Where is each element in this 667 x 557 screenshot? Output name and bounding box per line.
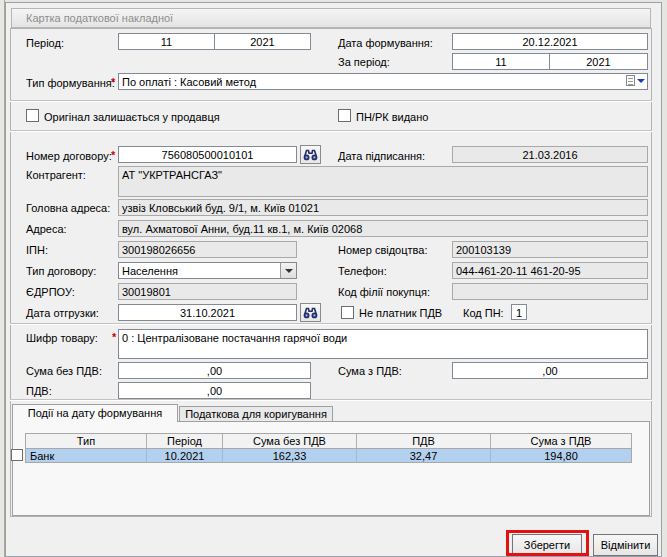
sum-with-vat-input[interactable]: ,00 xyxy=(452,362,648,379)
formation-type-required-marker: * xyxy=(111,76,115,89)
pn-code-input[interactable]: 1 xyxy=(511,304,527,320)
za-period-label: За період: xyxy=(338,56,390,69)
section-divider xyxy=(10,100,652,102)
original-stays-seller-label: Оригінал залишається у продавця xyxy=(44,111,220,124)
certificate-number-field: 200103139 xyxy=(452,241,648,258)
contract-number-required-marker: * xyxy=(111,149,115,162)
cancel-button[interactable]: Відмінити xyxy=(593,534,658,556)
sum-with-vat-label: Сума з ПДВ: xyxy=(338,365,402,378)
ipn-field: 300198026656 xyxy=(118,241,297,258)
list-icon xyxy=(626,75,635,86)
section-divider xyxy=(10,130,652,132)
header-sum-with-vat[interactable]: Сума з ПДВ xyxy=(491,434,631,448)
screen: Картка податкової накладної Період: 11 2… xyxy=(0,0,667,557)
sum-without-vat-label: Сума без ПДВ: xyxy=(26,365,102,378)
table-row[interactable]: Банк 10.2021 162,33 32,47 194,80 xyxy=(25,448,632,463)
sum-without-vat-input[interactable]: ,00 xyxy=(118,362,311,379)
address-label: Адреса: xyxy=(26,223,67,236)
buyer-branch-code-label: Код філії покупця: xyxy=(338,286,430,299)
header-period[interactable]: Період xyxy=(147,434,223,448)
counterparty-label: Контрагент: xyxy=(26,169,86,182)
events-table: Тип Період Сума без ПДВ ПДВ Сума з ПДВ Б… xyxy=(25,433,632,463)
contract-number-label: Номер договору: xyxy=(26,150,112,163)
row-select-checkbox[interactable] xyxy=(11,449,23,461)
formation-type-combobox[interactable]: По оплаті : Касовий метод xyxy=(118,73,648,90)
contract-number-input[interactable]: 756080500010101 xyxy=(118,146,297,163)
main-address-field: узвіз Кловський буд. 9/1, м. Київ 01021 xyxy=(118,199,648,216)
binoculars-icon xyxy=(303,306,318,319)
header-type[interactable]: Тип xyxy=(26,434,147,448)
za-period-month-input[interactable]: 11 xyxy=(452,53,550,70)
za-period-year-input[interactable]: 2021 xyxy=(549,53,648,70)
section-divider xyxy=(10,399,652,401)
product-code-label: Шифр товару: xyxy=(26,332,98,345)
table-header-row: Тип Період Сума без ПДВ ПДВ Сума з ПДВ xyxy=(25,433,632,448)
shipment-date-label: Дата отгрузки: xyxy=(26,307,99,320)
buyer-branch-code-field xyxy=(452,283,648,300)
phone-label: Телефон: xyxy=(338,265,387,278)
cell-sum-with-vat: 194,80 xyxy=(491,449,631,462)
chevron-down-icon xyxy=(285,269,293,273)
address-field: вул. Ахматової Анни, буд.11 кв.1, м. Киї… xyxy=(118,220,648,237)
signing-date-label: Дата підписання: xyxy=(338,150,425,163)
contract-number-search-button[interactable] xyxy=(300,145,321,164)
formation-type-label: Тип формування: xyxy=(26,77,115,90)
pn-rk-issued-checkbox[interactable] xyxy=(338,109,351,122)
product-code-input[interactable]: 0 : Централізоване постачання гарячої во… xyxy=(118,329,648,359)
shipment-date-search-button[interactable] xyxy=(300,303,321,322)
original-stays-seller-checkbox[interactable] xyxy=(26,109,39,122)
ipn-label: ІПН: xyxy=(26,244,48,257)
annotation-highlight xyxy=(506,530,589,556)
cell-period: 10.2021 xyxy=(147,449,223,462)
edrpou-label: ЄДРПОУ: xyxy=(26,286,75,299)
chevron-down-icon xyxy=(637,79,645,83)
tab-events-on-formation-date[interactable]: Події на дату формування xyxy=(12,404,178,422)
cell-vat: 32,47 xyxy=(357,449,491,462)
formation-type-dropdown-icon[interactable] xyxy=(626,75,645,86)
vat-label: ПДВ: xyxy=(26,385,52,398)
header-vat[interactable]: ПДВ xyxy=(357,434,491,448)
tab-tax-for-adjustment[interactable]: Податкова для коригування xyxy=(179,406,333,422)
section-divider xyxy=(10,323,652,325)
contract-type-dropdown-button[interactable] xyxy=(280,263,296,278)
period-label: Період: xyxy=(26,37,64,50)
vat-input[interactable]: ,00 xyxy=(118,382,311,399)
binoculars-icon xyxy=(303,148,318,161)
period-year-input[interactable]: 2021 xyxy=(214,33,311,50)
product-code-required-marker: * xyxy=(112,331,116,344)
non-vat-payer-label: Не платник ПДВ xyxy=(359,307,442,320)
header-sum-without-vat[interactable]: Сума без ПДВ xyxy=(223,434,357,448)
cell-type: Банк xyxy=(26,449,147,462)
contract-type-label: Тип договору: xyxy=(26,265,96,278)
signing-date-field: 21.03.2016 xyxy=(452,146,648,163)
contract-type-combobox[interactable]: Населення xyxy=(118,262,297,279)
counterparty-field: АТ "УКРТРАНСГАЗ" xyxy=(118,166,648,197)
cell-sum-without-vat: 162,33 xyxy=(223,449,357,462)
non-vat-payer-checkbox[interactable] xyxy=(341,306,354,319)
period-month-input[interactable]: 11 xyxy=(118,33,215,50)
shipment-date-input[interactable]: 31.10.2021 xyxy=(118,304,297,321)
pn-rk-issued-label: ПН/РК видано xyxy=(356,111,428,124)
phone-field: 044-461-20-11 461-20-95 xyxy=(452,262,648,279)
main-address-label: Головна адреса: xyxy=(26,202,110,215)
certificate-number-label: Номер свідоцтва: xyxy=(338,244,427,257)
pn-code-label: Код ПН: xyxy=(463,307,504,320)
edrpou-field: 30019801 xyxy=(118,283,297,300)
formation-date-label: Дата формування: xyxy=(338,37,433,50)
dialog-title: Картка податкової накладної xyxy=(11,8,651,28)
formation-date-input[interactable]: 20.12.2021 xyxy=(452,33,648,50)
